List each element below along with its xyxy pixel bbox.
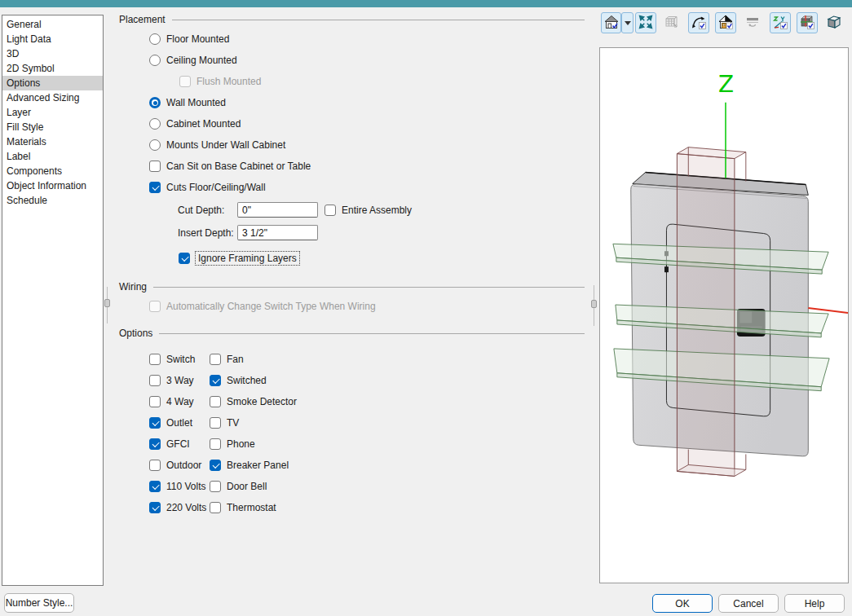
checkbox-label: Switched: [227, 375, 267, 386]
checkbox-ignore-framing-layers[interactable]: Ignore Framing Layers: [179, 252, 299, 265]
checkbox-box[interactable]: [210, 481, 221, 492]
checkbox-smoke-detector[interactable]: Smoke Detector: [210, 395, 297, 408]
checkbox-gfci[interactable]: GFCI: [149, 438, 190, 451]
radio-wall-mounted[interactable]: Wall Mounted: [149, 96, 226, 109]
camera-view-dropdown-button[interactable]: [621, 12, 633, 33]
checkbox-box[interactable]: [149, 161, 161, 172]
checkbox-entire-assembly[interactable]: Entire Assembly: [324, 204, 412, 217]
checkbox-box-checked[interactable]: [210, 460, 221, 471]
checkbox-box[interactable]: [210, 502, 221, 513]
checkbox-box-checked[interactable]: [149, 502, 161, 513]
checkbox-fan[interactable]: Fan: [210, 353, 244, 366]
sidebar-item-light-data[interactable]: Light Data: [2, 32, 103, 46]
checkbox-switched[interactable]: Switched: [210, 374, 267, 387]
checkbox-tv[interactable]: TV: [210, 416, 239, 429]
checkbox-label: 3 Way: [166, 375, 194, 386]
checkbox-switch[interactable]: Switch: [149, 353, 195, 366]
radio-cabinet-mounted[interactable]: Cabinet Mounted: [149, 117, 241, 130]
checkbox-label: Thermostat: [227, 502, 276, 513]
show-axis-lines-button[interactable]: [770, 12, 791, 33]
radio-circle[interactable]: [149, 33, 161, 45]
fill-window-button[interactable]: [635, 12, 656, 33]
right-splitter-grip[interactable]: [591, 300, 597, 308]
group-rule: [172, 20, 585, 20]
radio-circle-selected[interactable]: [149, 97, 161, 108]
checkbox-box[interactable]: [149, 460, 161, 471]
radio-circle[interactable]: [149, 139, 161, 151]
sidebar-item-3d[interactable]: 3D: [2, 46, 103, 61]
cut-depth-input[interactable]: [237, 202, 318, 218]
title-bar-strip: [0, 0, 852, 7]
checkbox-flush-mounted: Flush Mounted: [179, 75, 261, 88]
checkbox-cuts-floor-ceiling-wall[interactable]: Cuts Floor/Ceiling/Wall: [149, 181, 266, 194]
radio-label: Ceiling Mounted: [166, 55, 237, 66]
checkbox-outlet[interactable]: Outlet: [149, 416, 192, 429]
sidebar-item-2d-symbol[interactable]: 2D Symbol: [2, 61, 103, 76]
radio-mounts-under-wall-cabinet[interactable]: Mounts Under Wall Cabinet: [149, 139, 285, 152]
checkbox-box-checked[interactable]: [179, 253, 190, 264]
checkbox-3-way[interactable]: 3 Way: [149, 374, 194, 387]
sidebar-item-components[interactable]: Components: [2, 164, 103, 178]
insert-depth-input[interactable]: [237, 225, 318, 240]
adjust-camera-button[interactable]: [688, 12, 709, 33]
sidebar-item-advanced-sizing[interactable]: Advanced Sizing: [2, 90, 103, 105]
checkbox-label: GFCI: [166, 438, 190, 450]
checkbox-thermostat[interactable]: Thermostat: [210, 501, 276, 514]
house-check-icon: [603, 14, 620, 33]
checkbox-box[interactable]: [149, 396, 161, 407]
checkbox-can-sit-on-base-cabinet[interactable]: Can Sit on Base Cabinet or Table: [149, 160, 311, 173]
dropdown-arrow-icon: [625, 21, 631, 25]
cancel-button[interactable]: Cancel: [718, 594, 779, 613]
checkbox-box[interactable]: [324, 205, 336, 216]
radio-circle[interactable]: [149, 55, 161, 66]
camera-view-button[interactable]: [601, 12, 621, 33]
checkbox-box[interactable]: [149, 354, 161, 365]
sidebar-item-object-information[interactable]: Object Information: [2, 178, 103, 193]
checkbox-box[interactable]: [210, 438, 221, 450]
sidebar-item-materials[interactable]: Materials: [2, 134, 103, 149]
checkbox-box-checked[interactable]: [149, 182, 161, 193]
left-splitter-grip[interactable]: [104, 299, 110, 307]
x-axis-line: [808, 308, 848, 313]
radio-ceiling-mounted[interactable]: Ceiling Mounted: [149, 54, 237, 67]
color-toggle-button[interactable]: [715, 12, 736, 33]
checkbox-outdoor[interactable]: Outdoor: [149, 459, 201, 472]
sidebar-item-options[interactable]: Options: [2, 76, 103, 90]
ok-button[interactable]: OK: [652, 594, 713, 613]
placement-group-header: Placement: [119, 14, 585, 25]
sidebar-item-layer[interactable]: Layer: [2, 105, 103, 120]
perspective-view-button[interactable]: [823, 12, 845, 33]
checkbox-box[interactable]: [149, 375, 161, 386]
checkbox-4-way[interactable]: 4 Way: [149, 395, 194, 408]
wiring-group-header: Wiring: [119, 281, 585, 293]
checkbox-box[interactable]: [210, 396, 221, 407]
checkbox-box[interactable]: [210, 354, 221, 365]
radio-floor-mounted[interactable]: Floor Mounted: [149, 33, 229, 46]
checkbox-box-checked[interactable]: [149, 417, 161, 429]
checkbox-box-checked[interactable]: [210, 375, 221, 386]
ok-label: OK: [675, 598, 689, 609]
checkbox-box-disabled: [149, 301, 161, 312]
show-grid-button[interactable]: [797, 12, 818, 33]
checkbox-label: Door Bell: [227, 481, 267, 492]
number-style-button[interactable]: Number Style...: [4, 593, 74, 613]
checkbox-box: [179, 76, 191, 87]
checkbox-box[interactable]: [210, 417, 221, 429]
preview-3d-pane[interactable]: Z: [599, 47, 849, 583]
checkbox-breaker-panel[interactable]: Breaker Panel: [210, 459, 289, 472]
radio-label: Mounts Under Wall Cabinet: [166, 139, 285, 151]
sidebar-item-label[interactable]: Label: [2, 149, 103, 164]
settings-category-list: General Light Data 3D 2D Symbol Options …: [2, 15, 104, 586]
checkbox-box-checked[interactable]: [149, 438, 161, 450]
sidebar-item-general[interactable]: General: [2, 17, 103, 32]
checkbox-220-volts[interactable]: 220 Volts: [149, 501, 206, 514]
checkbox-door-bell[interactable]: Door Bell: [210, 480, 267, 493]
checkbox-phone[interactable]: Phone: [210, 438, 255, 451]
checkbox-label: Switch: [166, 354, 195, 365]
checkbox-box-checked[interactable]: [149, 481, 161, 492]
radio-circle[interactable]: [149, 118, 161, 130]
help-button[interactable]: Help: [784, 594, 845, 613]
sidebar-item-schedule[interactable]: Schedule: [2, 193, 103, 208]
checkbox-110-volts[interactable]: 110 Volts: [149, 480, 205, 493]
sidebar-item-fill-style[interactable]: Fill Style: [2, 120, 103, 134]
